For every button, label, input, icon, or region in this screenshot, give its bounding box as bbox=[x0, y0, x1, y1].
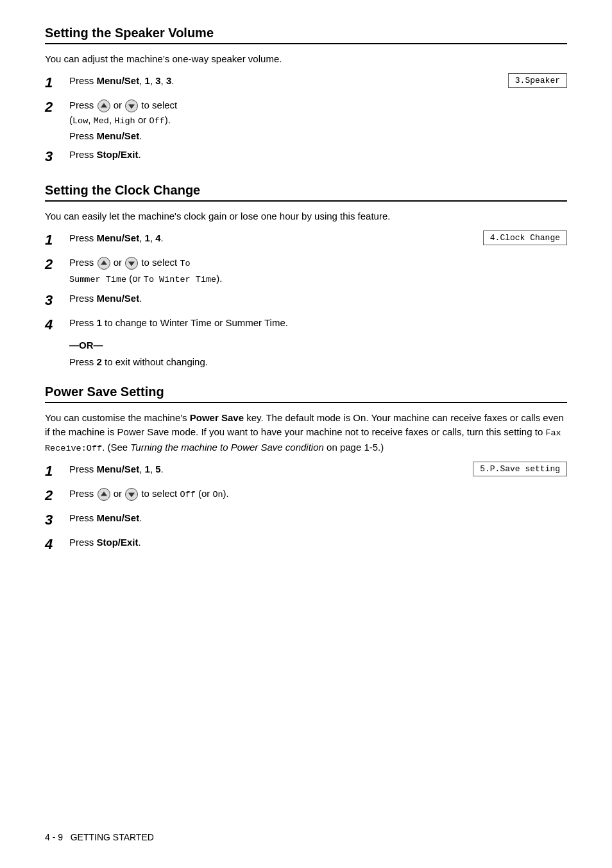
clock-steps-container: 4.Clock Change 1 Press Menu/Set, 1, 4. 2… bbox=[45, 230, 567, 369]
step-num-2: 2 bbox=[45, 96, 69, 118]
footer-label: GETTING STARTED bbox=[71, 832, 154, 842]
power-steps-container: 5.P.Save setting 1 Press Menu/Set, 1, 5.… bbox=[45, 462, 567, 555]
section-clock-title: Setting the Clock Change bbox=[45, 183, 567, 198]
down-button-icon bbox=[125, 100, 138, 112]
power-step-2: 2 Press or to select Off (or On). bbox=[45, 486, 567, 507]
clock-step-3-content: Press Menu/Set. bbox=[69, 291, 567, 306]
section-clock-change: Setting the Clock Change You can easily … bbox=[45, 183, 567, 369]
clock-step-4-content: Press 1 to change to Winter Time or Summ… bbox=[69, 315, 567, 330]
step-2-content: Press or to select (Low, Med, High or Of… bbox=[69, 98, 567, 143]
menu-set-bold-2: Menu/Set bbox=[97, 130, 140, 141]
section-power-save: Power Save Setting You can customise the… bbox=[45, 385, 567, 555]
option-low: Low bbox=[72, 116, 88, 126]
lcd-speaker: 3.Speaker bbox=[508, 73, 567, 88]
power-step-3: 3 Press Menu/Set. bbox=[45, 510, 567, 531]
clock-step-num-3: 3 bbox=[45, 290, 69, 311]
section-power-intro: You can customise the machine's Power Sa… bbox=[45, 411, 567, 455]
clock-step-num-2: 2 bbox=[45, 254, 69, 275]
clock-step-2: 2 Press or to select To Summer Time (or … bbox=[45, 255, 567, 287]
option-high: High bbox=[114, 116, 135, 126]
step-num-3: 3 bbox=[45, 146, 69, 168]
step-num-1: 1 bbox=[45, 72, 69, 94]
after-or-text: Press 2 to exit without changing. bbox=[69, 354, 567, 369]
or-block: —OR— bbox=[69, 340, 567, 351]
power-step-num-4: 4 bbox=[45, 534, 69, 555]
section-speaker-intro: You can adjust the machine’s one-way spe… bbox=[45, 52, 567, 67]
stop-exit-bold: Stop/Exit bbox=[97, 149, 139, 160]
up-button-icon bbox=[98, 100, 110, 112]
section-divider-1 bbox=[45, 43, 567, 44]
clock-step-2-content: Press or to select To Summer Time (or To… bbox=[69, 255, 567, 287]
lcd-clock: 4.Clock Change bbox=[483, 230, 567, 245]
footer: 4 - 9 GETTING STARTED bbox=[45, 832, 154, 842]
speaker-step-3: 3 Press Stop/Exit. bbox=[45, 147, 567, 168]
power-step-3-content: Press Menu/Set. bbox=[69, 510, 567, 525]
clock-step-num-4: 4 bbox=[45, 314, 69, 336]
clock-step-4: 4 Press 1 to change to Winter Time or Su… bbox=[45, 315, 567, 336]
power-step-4: 4 Press Stop/Exit. bbox=[45, 535, 567, 555]
up-button-icon-2 bbox=[98, 257, 110, 270]
option-med: Med bbox=[94, 116, 109, 126]
speaker-step-1: 1 Press Menu/Set, 1, 3, 3. bbox=[45, 73, 567, 94]
lcd-power: 5.P.Save setting bbox=[473, 462, 567, 476]
clock-step-3: 3 Press Menu/Set. bbox=[45, 291, 567, 311]
section-speaker-volume: Setting the Speaker Volume You can adjus… bbox=[45, 26, 567, 168]
section-speaker-title: Setting the Speaker Volume bbox=[45, 26, 567, 40]
section-divider-3 bbox=[45, 402, 567, 403]
down-button-icon-3 bbox=[125, 488, 138, 501]
menu-set-bold: Menu/Set bbox=[97, 75, 140, 86]
power-step-num-1: 1 bbox=[45, 460, 69, 482]
power-save-bold: Power Save bbox=[190, 412, 244, 423]
power-step-num-2: 2 bbox=[45, 485, 69, 507]
footer-page-ref: 4 - 9 bbox=[45, 832, 63, 842]
section-divider-2 bbox=[45, 200, 567, 202]
down-button-icon-2 bbox=[125, 257, 138, 270]
step-1-content: Press Menu/Set, 1, 3, 3. bbox=[69, 73, 567, 88]
step-3-content: Press Stop/Exit. bbox=[69, 147, 567, 162]
speaker-steps-container: 3.Speaker 1 Press Menu/Set, 1, 3, 3. 2 P… bbox=[45, 73, 567, 168]
option-off: Off bbox=[149, 116, 164, 126]
section-power-title: Power Save Setting bbox=[45, 385, 567, 399]
up-button-icon-3 bbox=[98, 488, 110, 501]
power-step-num-3: 3 bbox=[45, 509, 69, 531]
power-step-2-content: Press or to select Off (or On). bbox=[69, 486, 567, 502]
or-text: —OR— bbox=[69, 340, 103, 351]
section-clock-intro: You can easily let the machine's clock g… bbox=[45, 209, 567, 224]
power-save-italic: Turning the machine to Power Save condit… bbox=[130, 442, 324, 453]
clock-step-num-1: 1 bbox=[45, 229, 69, 251]
speaker-step-2: 2 Press or to select (Low, Med, High or … bbox=[45, 98, 567, 143]
power-step-4-content: Press Stop/Exit. bbox=[69, 535, 567, 550]
